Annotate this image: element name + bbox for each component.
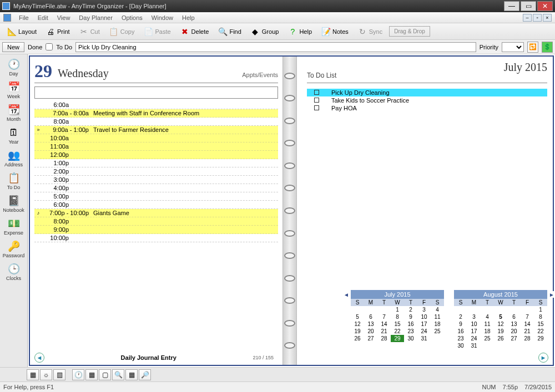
- menu-day-planner[interactable]: Day Planner: [74, 13, 117, 22]
- calendar-day[interactable]: 28: [521, 335, 534, 342]
- mdi-minimize-button[interactable]: –: [523, 14, 532, 22]
- time-row[interactable]: 6:00p: [34, 201, 278, 209]
- calendar-day[interactable]: 12: [494, 320, 507, 328]
- mdi-close-button[interactable]: ×: [543, 14, 552, 22]
- time-row[interactable]: 11:00a: [34, 142, 278, 151]
- calendar-day[interactable]: 26: [351, 335, 364, 342]
- view-btn-3[interactable]: ▥: [53, 369, 65, 380]
- time-row[interactable]: 3:00p: [34, 176, 278, 184]
- calendar-day[interactable]: 23: [404, 328, 417, 335]
- calendar-day[interactable]: 1: [534, 306, 547, 313]
- todo-checkbox-icon[interactable]: [309, 105, 324, 111]
- time-row[interactable]: 1:00p: [34, 159, 278, 167]
- calendar-day[interactable]: 21: [377, 328, 391, 335]
- calendar-day[interactable]: 7: [377, 313, 391, 320]
- new-button[interactable]: New: [2, 42, 24, 52]
- time-row[interactable]: » 9:00a - 1:00p Travel to Farmer Residen…: [34, 126, 278, 134]
- sidebar-item-week[interactable]: 📅Week: [2, 79, 26, 102]
- calendar-day[interactable]: 17: [467, 328, 481, 335]
- calendar-day[interactable]: 25: [481, 335, 494, 342]
- help-button[interactable]: ?Help: [284, 25, 316, 38]
- time-row[interactable]: 4:00p: [34, 184, 278, 192]
- todo-item[interactable]: Pick Up Dry Cleaning: [307, 89, 547, 96]
- sidebar-item-notebook[interactable]: 📓Notebook: [2, 193, 26, 216]
- view-btn-5[interactable]: ▦: [85, 369, 98, 380]
- calendar-day[interactable]: 18: [481, 328, 494, 335]
- menu-file[interactable]: File: [14, 13, 33, 22]
- calendar-day[interactable]: 30: [404, 335, 417, 342]
- calendar-day[interactable]: 1: [391, 306, 404, 313]
- calendar-day[interactable]: 9: [454, 320, 467, 328]
- calendar-day[interactable]: 10: [467, 320, 481, 328]
- calendar-day[interactable]: 12: [351, 320, 364, 328]
- dragdrop-zone[interactable]: Drag & Drop: [389, 26, 430, 37]
- time-row[interactable]: 2:00p: [34, 167, 278, 176]
- time-row[interactable]: 5:00p: [34, 192, 278, 201]
- find-button[interactable]: 🔍Find: [214, 25, 245, 38]
- calendar-day[interactable]: 23: [454, 335, 467, 342]
- todo-checkbox-icon[interactable]: [309, 97, 324, 104]
- calendar-day[interactable]: 16: [454, 328, 467, 335]
- calendar-day[interactable]: 9: [404, 313, 417, 320]
- time-row[interactable]: 10:00p: [34, 234, 278, 242]
- calendar-day[interactable]: 10: [417, 313, 431, 320]
- view-btn-6[interactable]: ▢: [99, 369, 111, 380]
- entry-text-input[interactable]: [75, 42, 476, 52]
- close-button[interactable]: ✕: [537, 1, 553, 11]
- money-icon[interactable]: 💲: [542, 42, 553, 53]
- calendar-day[interactable]: 19: [494, 328, 507, 335]
- minimize-button[interactable]: —: [504, 1, 519, 11]
- calendar-day[interactable]: 24: [417, 328, 431, 335]
- sidebar-item-expense[interactable]: 💵Expense: [2, 216, 26, 238]
- todo-item[interactable]: Take Kids to Soccer Practice: [307, 96, 547, 104]
- time-row[interactable]: 8:00a: [34, 118, 278, 126]
- sidebar-item-clocks[interactable]: 🕒Clocks: [2, 261, 26, 284]
- calendar-day[interactable]: 4: [431, 306, 444, 313]
- view-btn-8[interactable]: ▦: [125, 369, 138, 380]
- calendar-day[interactable]: 7: [521, 313, 534, 320]
- prev-day-button[interactable]: ◄: [34, 353, 44, 363]
- maximize-button[interactable]: ▭: [521, 1, 536, 11]
- next-month-button[interactable]: ►: [548, 291, 555, 298]
- time-row[interactable]: 8:00p: [34, 217, 278, 226]
- calendar-day[interactable]: 25: [431, 328, 444, 335]
- priority-select[interactable]: [502, 42, 524, 52]
- day-header-input[interactable]: [34, 86, 278, 99]
- calendar-day[interactable]: 22: [391, 328, 404, 335]
- next-day-button[interactable]: ►: [538, 353, 548, 363]
- time-row[interactable]: 10:00a: [34, 134, 278, 142]
- time-row[interactable]: 12:00p: [34, 151, 278, 159]
- calendar-day[interactable]: 11: [431, 313, 444, 320]
- calendar-day[interactable]: 15: [534, 320, 547, 328]
- menu-edit[interactable]: Edit: [33, 13, 53, 22]
- calendar-day[interactable]: 29: [534, 335, 547, 342]
- print-button[interactable]: 🖨Print: [42, 25, 74, 38]
- view-btn-2[interactable]: ☼: [40, 369, 52, 380]
- calendar-day[interactable]: 31: [467, 342, 481, 349]
- todo-checkbox-icon[interactable]: [309, 89, 324, 96]
- menu-help[interactable]: Help: [178, 13, 199, 22]
- calendar-day[interactable]: 4: [481, 313, 494, 320]
- calendar-day[interactable]: 18: [431, 320, 444, 328]
- calendar-day[interactable]: 30: [454, 342, 467, 349]
- sidebar-item-password[interactable]: 🔑Password: [2, 238, 26, 261]
- layout-button[interactable]: 📐Layout: [3, 25, 41, 38]
- mdi-restore-button[interactable]: ▫: [533, 14, 542, 22]
- calendar-day[interactable]: 2: [404, 306, 417, 313]
- calendar-day[interactable]: 27: [364, 335, 377, 342]
- calendar-day[interactable]: 21: [521, 328, 534, 335]
- time-row[interactable]: 9:00p: [34, 226, 278, 234]
- calendar-day[interactable]: 19: [351, 328, 364, 335]
- calendar-day[interactable]: 20: [507, 328, 521, 335]
- calendar-day[interactable]: 26: [494, 335, 507, 342]
- todo-checkbox[interactable]: [46, 43, 53, 50]
- calendar-day[interactable]: 16: [404, 320, 417, 328]
- menu-view[interactable]: View: [53, 13, 75, 22]
- menu-options[interactable]: Options: [117, 13, 147, 22]
- calendar-day[interactable]: 3: [417, 306, 431, 313]
- calendar-day[interactable]: 24: [467, 335, 481, 342]
- sidebar-item-day[interactable]: 🕐Day: [2, 57, 26, 79]
- calendar-day[interactable]: 2: [454, 313, 467, 320]
- recur-icon[interactable]: 🔁: [527, 42, 538, 53]
- calendar-day[interactable]: 22: [534, 328, 547, 335]
